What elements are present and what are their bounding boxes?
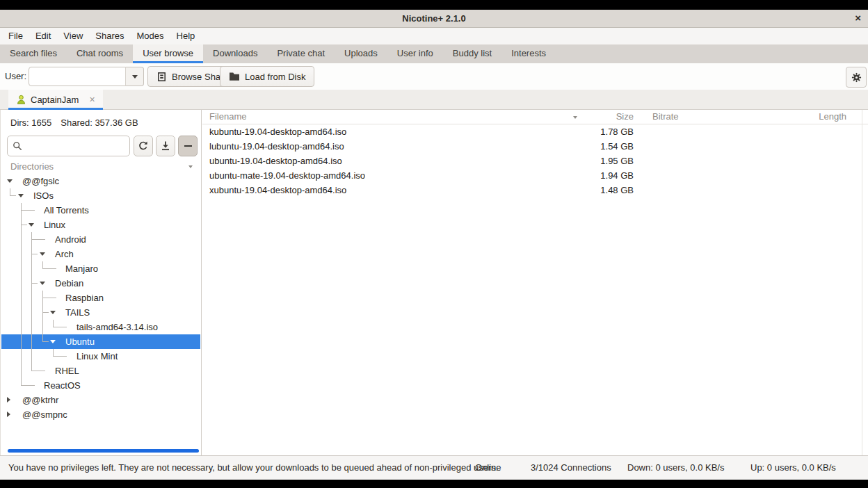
file-row-ubuntu-19-04-desktop-amd64-iso[interactable]: ubuntu-19.04-desktop-amd64.iso1.95 GB — [202, 154, 868, 168]
user-combobox-arrow-button[interactable] — [125, 67, 144, 86]
expander-open-icon[interactable] — [18, 194, 24, 197]
tree-item-tails-amd64-3-14-iso[interactable]: tails-amd64-3.14.iso — [1, 320, 200, 334]
chevron-down-icon — [188, 165, 193, 168]
expander-open-icon[interactable] — [7, 179, 13, 183]
tab-buddy-list[interactable]: Buddy list — [443, 44, 501, 63]
folder-icon — [229, 72, 240, 81]
download-stats: Down: 0 users, 0.0 KB/s — [627, 456, 724, 479]
tree-item-smpnc[interactable]: @@smpnc — [1, 407, 200, 422]
download-button[interactable] — [156, 136, 175, 156]
tree-item-label: All Torrents — [44, 203, 89, 218]
tree-guide-line — [21, 232, 22, 247]
tree-item-reactos[interactable]: ReactOS — [1, 378, 200, 393]
tree-guide-line — [21, 320, 22, 334]
tree-guide-line — [21, 291, 22, 305]
file-row-kubuntu-19-04-desktop-amd64-iso[interactable]: kubuntu-19.04-desktop-amd64.iso1.78 GB — [202, 124, 868, 139]
preferences-button[interactable] — [846, 67, 867, 88]
load-from-disk-button[interactable]: Load from Disk — [220, 66, 314, 87]
tree-item-tails[interactable]: TAILS — [1, 305, 200, 320]
tree-item-label: @@smpnc — [22, 407, 67, 422]
tab-search-files[interactable]: Search files — [0, 44, 67, 63]
tab-user-info[interactable]: User info — [387, 44, 443, 63]
tree-item-linux-mint[interactable]: Linux Mint — [1, 349, 200, 364]
tree-item-raspbian[interactable]: Raspbian — [1, 291, 200, 305]
tree-guide-line — [22, 210, 35, 211]
file-row-xubuntu-19-04-desktop-amd64-iso[interactable]: xubuntu-19.04-desktop-amd64.iso1.48 GB — [202, 183, 868, 197]
tree-guide-line — [43, 268, 56, 269]
file-row-ubuntu-mate-19-04-desktop-amd64-iso[interactable]: ubuntu-mate-19.04-desktop-amd64.iso1.94 … — [202, 168, 868, 183]
menu-file[interactable]: File — [2, 28, 29, 44]
session-tab-captainjam[interactable]: CaptainJam × — [8, 90, 103, 109]
close-icon[interactable]: × — [89, 94, 95, 105]
tree-guide-line — [21, 247, 22, 261]
horizontal-scrollbar[interactable] — [8, 449, 199, 453]
menu-help[interactable]: Help — [170, 28, 202, 44]
expander-open-icon[interactable] — [29, 223, 34, 227]
scrollbar-gutter — [862, 110, 862, 455]
expander-open-icon[interactable] — [50, 311, 56, 314]
tab-chat-rooms[interactable]: Chat rooms — [67, 44, 133, 63]
expander-closed-icon[interactable] — [7, 412, 10, 417]
file-name-cell: ubuntu-mate-19.04-desktop-amd64.iso — [209, 168, 365, 183]
tree-guide-line — [43, 298, 56, 298]
tab-interests[interactable]: Interests — [501, 44, 556, 63]
expander-open-icon[interactable] — [40, 282, 45, 285]
directory-tree: @@fgslcISOsAll TorrentsLinuxAndroidArchM… — [1, 174, 200, 422]
tree-guide-line — [32, 283, 38, 284]
column-header-bitrate[interactable]: Bitrate — [652, 110, 679, 124]
expander-open-icon[interactable] — [50, 340, 56, 343]
menu-view[interactable]: View — [57, 28, 89, 44]
menu-shares[interactable]: Shares — [89, 28, 130, 44]
tree-item-manjaro[interactable]: Manjaro — [1, 261, 200, 276]
file-size-cell: 1.54 GB — [600, 139, 634, 154]
tree-item-rhel[interactable]: RHEL — [1, 364, 200, 378]
menu-edit[interactable]: Edit — [29, 28, 57, 44]
tab-downloads[interactable]: Downloads — [203, 44, 267, 63]
tree-item-all-torrents[interactable]: All Torrents — [1, 203, 200, 218]
online-status: Online — [475, 456, 501, 479]
list-document-icon — [156, 72, 167, 82]
tree-item-fgslc[interactable]: @@fgslc — [1, 174, 200, 188]
tree-item-label: Arch — [55, 247, 74, 261]
tab-private-chat[interactable]: Private chat — [267, 44, 335, 63]
share-stats: Dirs: 1655 Shared: 357.36 GB — [10, 117, 138, 128]
tree-item-debian[interactable]: Debian — [1, 276, 200, 291]
download-icon — [160, 140, 171, 152]
window-close-button[interactable]: × — [855, 10, 861, 26]
menu-modes[interactable]: Modes — [131, 28, 170, 44]
column-header-filename[interactable]: Filename — [209, 110, 246, 124]
tree-guide-line — [31, 349, 32, 364]
expander-open-icon[interactable] — [40, 252, 45, 256]
menubar: FileEditViewSharesModesHelp — [0, 28, 868, 44]
tree-item-ktrhr[interactable]: @@ktrhr — [1, 393, 200, 407]
column-header-length[interactable]: Length — [819, 110, 846, 124]
directories-column-header[interactable]: Directories — [1, 160, 200, 174]
tree-guide-line — [21, 334, 22, 349]
tree-item-linux[interactable]: Linux — [1, 218, 200, 232]
tree-item-label: Android — [55, 232, 86, 247]
expander-closed-icon[interactable] — [7, 397, 10, 402]
file-size-cell: 1.48 GB — [600, 183, 634, 197]
tree-item-arch[interactable]: Arch — [1, 247, 200, 261]
tree-item-label: tails-amd64-3.14.iso — [77, 320, 158, 334]
tab-uploads[interactable]: Uploads — [335, 44, 387, 63]
collapse-all-button[interactable] — [178, 136, 198, 156]
directory-search-input[interactable] — [7, 136, 130, 156]
file-name-cell: kubuntu-19.04-desktop-amd64.iso — [209, 124, 346, 139]
tree-guide-line — [22, 385, 35, 386]
tree-guide-line — [32, 239, 45, 240]
tree-item-android[interactable]: Android — [1, 232, 200, 247]
file-row-lubuntu-19-04-desktop-amd64-iso[interactable]: lubuntu-19.04-desktop-amd64.iso1.54 GB — [202, 139, 868, 154]
tab-user-browse[interactable]: User browse — [133, 44, 203, 63]
refresh-button[interactable] — [134, 136, 153, 156]
tree-item-isos[interactable]: ISOs — [1, 188, 200, 203]
user-combobox-entry[interactable] — [29, 67, 126, 86]
tree-item-ubuntu[interactable]: Ubuntu — [1, 334, 200, 349]
column-header-size[interactable]: Size — [616, 110, 634, 124]
user-status-icon — [16, 95, 26, 105]
tree-item-label: Raspbian — [65, 291, 104, 305]
directories-header-label: Directories — [10, 160, 54, 174]
tree-guide-line — [22, 225, 27, 225]
file-size-cell: 1.95 GB — [600, 154, 634, 168]
tree-guide-line — [21, 261, 22, 276]
